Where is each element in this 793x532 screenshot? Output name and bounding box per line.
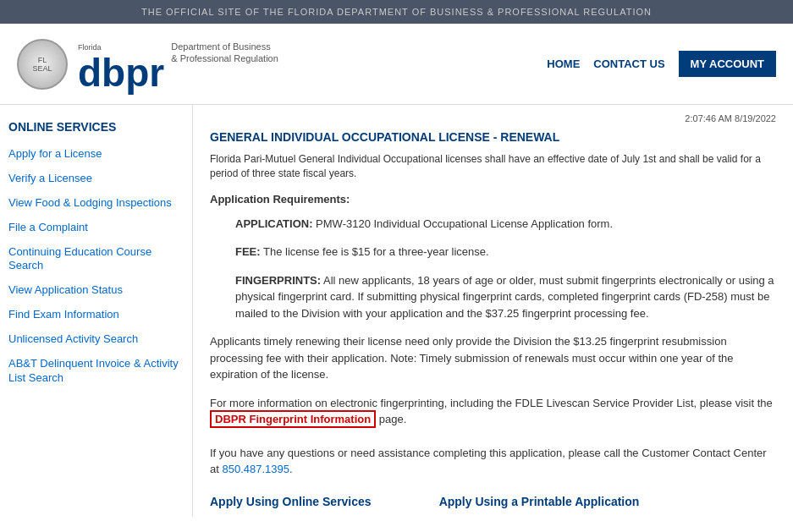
sidebar-item-apply-license[interactable]: Apply for a License [0, 142, 192, 167]
req-fee-text: The license fee is $15 for a three-year … [263, 245, 489, 258]
top-banner: THE OFFICIAL SITE OF THE FLORIDA DEPARTM… [0, 0, 793, 24]
logo-b: b [102, 51, 125, 95]
sidebar-item-verify-licensee[interactable]: Verify a Licensee [0, 167, 192, 191]
nav-home-link[interactable]: HOME [547, 58, 580, 70]
logo-p: p [125, 51, 149, 95]
content-area: 2:07:46 AM 8/19/2022 GENERAL INDIVIDUAL … [193, 105, 793, 517]
sidebar-item-abt[interactable]: AB&T Delinquent Invoice & Activity List … [0, 352, 192, 391]
req-fee-title: FEE: [235, 245, 261, 258]
requirement-fee: FEE: The license fee is $15 for a three-… [235, 244, 776, 261]
renewal-note-text: Applicants timely renewing their license… [210, 335, 734, 381]
requirements-header: Application Requirements: [210, 193, 776, 206]
intro-text: Florida Pari-Mutuel General Individual O… [210, 152, 776, 181]
fingerprint-info-link[interactable]: DBPR Fingerprint Information [210, 410, 376, 428]
logo-letters: dbpr [78, 50, 164, 96]
logo-d: d [78, 51, 102, 95]
contact-block: If you have any questions or need assist… [210, 445, 776, 478]
logo-area: FLSEAL Florida dbpr Department of Busine… [17, 32, 278, 96]
logo-dept-line1: Department of Business [171, 41, 278, 52]
apply-printable-link[interactable]: Apply Using a Printable Application [439, 495, 640, 508]
fingerprint-info-pre: For more information on electronic finge… [210, 397, 773, 409]
sidebar-item-exam-info[interactable]: Find Exam Information [0, 303, 192, 327]
apply-online-link[interactable]: Apply Using Online Services [210, 495, 372, 508]
sidebar: ONLINE SERVICES Apply for a License Veri… [0, 105, 193, 517]
nav-links: HOME CONTACT US MY ACCOUNT [547, 51, 776, 77]
sidebar-item-app-status[interactable]: View Application Status [0, 278, 192, 303]
logo-r: r [149, 51, 164, 95]
top-banner-text: THE OFFICIAL SITE OF THE FLORIDA DEPARTM… [141, 7, 652, 17]
header: FLSEAL Florida dbpr Department of Busine… [0, 24, 793, 105]
sidebar-item-unlicensed[interactable]: Unlicensed Activity Search [0, 327, 192, 352]
page-title: GENERAL INDIVIDUAL OCCUPATIONAL LICENSE … [210, 130, 776, 144]
renewal-note: Applicants timely renewing their license… [210, 333, 776, 383]
timestamp: 2:07:46 AM 8/19/2022 [210, 113, 776, 123]
requirement-fingerprints: FINGERPRINTS: All new applicants, 18 yea… [235, 272, 776, 322]
sidebar-title: ONLINE SERVICES [0, 113, 192, 142]
main-container: ONLINE SERVICES Apply for a License Veri… [0, 105, 793, 517]
requirement-application: APPLICATION: PMW-3120 Individual Occupat… [235, 216, 776, 233]
sidebar-item-ce-search[interactable]: Continuing Education Course Search [0, 240, 192, 279]
sidebar-item-complaint[interactable]: File a Complaint [0, 216, 192, 240]
req-application-title: APPLICATION: [235, 217, 312, 230]
logo-dept-line2: & Professional Regulation [171, 52, 278, 64]
bottom-links: Apply Using Online Services Apply Using … [210, 495, 776, 508]
state-seal: FLSEAL [17, 39, 68, 90]
my-account-button[interactable]: MY ACCOUNT [679, 51, 776, 77]
phone-link[interactable]: 850.487.1395 [222, 463, 289, 475]
fingerprint-info-post: page. [376, 413, 406, 425]
req-fingerprints-title: FINGERPRINTS: [235, 274, 321, 287]
logo-dept-text: Department of Business & Professional Re… [171, 41, 278, 65]
logo-text-area: Florida dbpr Department of Business & Pr… [78, 32, 278, 96]
req-application-text: PMW-3120 Individual Occupational License… [316, 217, 613, 230]
fingerprint-info-block: For more information on electronic finge… [210, 395, 776, 428]
contact-text: If you have any questions or need assist… [210, 447, 767, 476]
logo-dbpr: Florida dbpr Department of Business & Pr… [78, 32, 278, 96]
nav-contact-link[interactable]: CONTACT US [593, 58, 664, 70]
sidebar-item-food-lodging[interactable]: View Food & Lodging Inspections [0, 191, 192, 216]
